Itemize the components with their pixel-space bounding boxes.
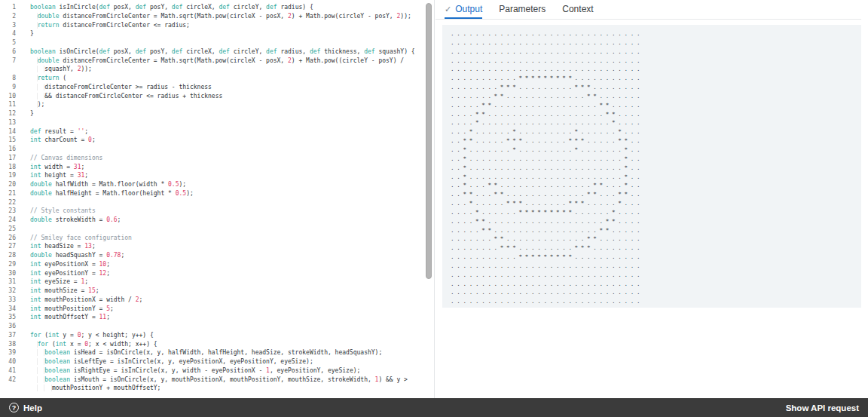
code-line[interactable]: 9 distanceFromCircleCenter >= radius - t…: [0, 83, 434, 92]
line-number: 35: [0, 313, 23, 322]
line-number: 5: [0, 38, 23, 48]
code-text: int eyeSize = 1;: [23, 277, 88, 287]
code-text: int charCount = 0;: [23, 136, 96, 145]
line-number: 12: [0, 109, 23, 118]
line-number: 25: [0, 225, 23, 234]
line-number: 42: [0, 376, 23, 385]
code-line[interactable]: 42 boolean isMouth = isOnCircle(x, y, mo…: [0, 376, 434, 385]
code-line[interactable]: 40 boolean isLeftEye = isInCircle(x, y, …: [0, 357, 434, 366]
status-bar: ? Help Show API request: [0, 398, 868, 417]
code-line[interactable]: 3 return distanceFromCircleCenter <= rad…: [0, 21, 434, 30]
tab-parameters[interactable]: Parameters: [499, 0, 546, 19]
line-number: 10: [0, 92, 23, 101]
code-line[interactable]: 10 && distanceFromCircleCenter <= radius…: [0, 92, 434, 101]
code-line[interactable]: 8 return (: [0, 74, 434, 83]
code-line[interactable]: 23// Style constants: [0, 207, 434, 216]
code-line[interactable]: 41 boolean isRightEye = isInCircle(x, y,…: [0, 366, 434, 376]
line-number: 39: [0, 348, 23, 357]
code-line[interactable]: 34int mouthPositionY = 5;: [0, 305, 434, 314]
code-line[interactable]: 19int height = 31;: [0, 171, 434, 180]
code-line[interactable]: 36: [0, 322, 434, 331]
line-number: 1: [0, 3, 23, 12]
code-text: );: [23, 100, 44, 109]
code-line[interactable]: 12}: [0, 109, 434, 118]
ascii-art-output: . . . . . . . . . . . . . . . . . . . . …: [442, 25, 861, 306]
code-line[interactable]: 38 for (int x = 0; x < width; x++) {: [0, 340, 434, 349]
code-text: [23, 322, 30, 331]
code-line[interactable]: 21double halfHeight = Math.floor(height …: [0, 189, 434, 198]
code-line[interactable]: 35int mouthOffsetY = 11;: [0, 313, 434, 322]
code-text: boolean isMouth = isOnCircle(x, y, mouth…: [23, 376, 408, 385]
line-number: 3: [0, 21, 23, 30]
line-number: 21: [0, 189, 23, 198]
line-number: 31: [0, 277, 23, 287]
line-number: 32: [0, 287, 23, 296]
code-line[interactable]: 28double headSquashY = 0.78;: [0, 251, 434, 260]
code-line[interactable]: 6boolean isOnCircle(def posX, def posY, …: [0, 48, 434, 57]
code-line[interactable]: 30int eyePositionY = 12;: [0, 269, 434, 278]
line-number: 36: [0, 322, 23, 331]
app-window: 1boolean isInCircle(def posX, def posY, …: [0, 0, 868, 417]
line-number: 29: [0, 260, 23, 269]
code-editor[interactable]: 1boolean isInCircle(def posX, def posY, …: [0, 0, 435, 398]
code-text: boolean isLeftEye = isInCircle(x, y, eye…: [23, 357, 313, 366]
code-text: int width = 31;: [23, 163, 84, 172]
code-line[interactable]: 22: [0, 198, 434, 207]
code-line[interactable]: 5: [0, 38, 434, 48]
code-line[interactable]: 13: [0, 118, 434, 127]
tab-context[interactable]: Context: [562, 0, 593, 19]
line-number: 34: [0, 305, 23, 314]
line-number: 18: [0, 163, 23, 172]
code-line[interactable]: 2 double distanceFromCircleCenter = Math…: [0, 12, 434, 21]
line-number: 30: [0, 269, 23, 278]
code-text: return (: [23, 74, 66, 83]
line-number: 23: [0, 207, 23, 216]
code-text: for (int y = 0; y < height; y++) {: [23, 331, 154, 340]
code-line[interactable]: 4}: [0, 29, 434, 38]
code-line[interactable]: mouthPositionY + mouthOffsetY;: [0, 384, 434, 393]
code-text: double headSquashY = 0.78;: [23, 251, 124, 260]
help-button[interactable]: ? Help: [9, 403, 42, 412]
code-line[interactable]: 14def result = '';: [0, 127, 434, 136]
code-line[interactable]: 24double strokeWidth = 0.6;: [0, 216, 434, 225]
code-text: double halfHeight = Math.floor(height * …: [23, 189, 194, 198]
line-number: 19: [0, 171, 23, 180]
check-icon: ✓: [445, 5, 451, 14]
code-line[interactable]: 26// Smiley face configuration: [0, 234, 434, 243]
line-number: 37: [0, 331, 23, 340]
code-line[interactable]: 15int charCount = 0;: [0, 136, 434, 145]
tab-output[interactable]: ✓ Output: [445, 0, 482, 19]
line-number: 20: [0, 180, 23, 189]
code-line[interactable]: 17// Canvas dimensions: [0, 154, 434, 163]
line-number: 11: [0, 100, 23, 109]
code-line[interactable]: 25: [0, 225, 434, 234]
code-line[interactable]: 16: [0, 145, 434, 154]
code-line[interactable]: 20double halfWidth = Math.floor(width * …: [0, 180, 434, 189]
line-number: 28: [0, 251, 23, 260]
code-line[interactable]: 27int headSize = 13;: [0, 242, 434, 251]
code-line[interactable]: 39 boolean isHead = isOnCircle(x, y, hal…: [0, 348, 434, 357]
code-line[interactable]: 11 );: [0, 100, 434, 109]
code-line[interactable]: 7 double distanceFromCircleCenter = Math…: [0, 57, 434, 66]
code-line[interactable]: 32int mouthSize = 15;: [0, 287, 434, 296]
line-number: 27: [0, 242, 23, 251]
code-text: // Canvas dimensions: [23, 154, 102, 163]
code-line[interactable]: 37for (int y = 0; y < height; y++) {: [0, 331, 434, 340]
line-number: 7: [0, 57, 23, 66]
editor-scrollbar[interactable]: [426, 3, 432, 279]
code-line[interactable]: 18int width = 31;: [0, 163, 434, 172]
code-lines: 1boolean isInCircle(def posX, def posY, …: [0, 0, 434, 393]
show-api-request-button[interactable]: Show API request: [786, 403, 859, 412]
code-text: [23, 198, 30, 207]
code-line[interactable]: squashY, 2));: [0, 65, 434, 74]
code-text: int eyePositionX = 10;: [23, 260, 110, 269]
line-number: 8: [0, 74, 23, 83]
code-line[interactable]: 29int eyePositionX = 10;: [0, 260, 434, 269]
code-line[interactable]: 33int mouthPositionX = width / 2;: [0, 296, 434, 305]
line-number: [0, 65, 23, 74]
code-line[interactable]: 1boolean isInCircle(def posX, def posY, …: [0, 3, 434, 12]
code-text: }: [23, 29, 34, 38]
code-text: boolean isRightEye = isInCircle(x, y, wi…: [23, 366, 360, 376]
line-number: 14: [0, 127, 23, 136]
code-line[interactable]: 31int eyeSize = 1;: [0, 277, 434, 287]
